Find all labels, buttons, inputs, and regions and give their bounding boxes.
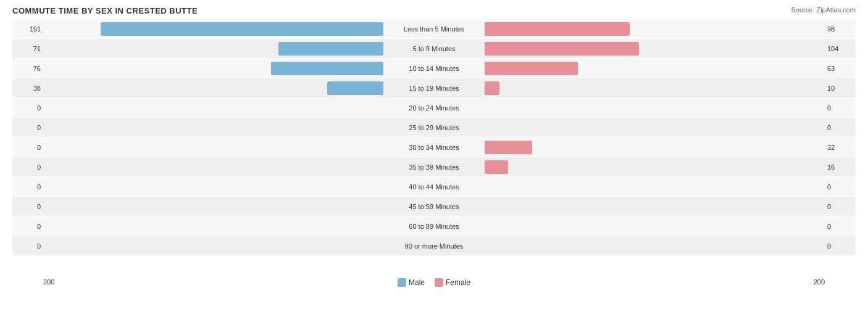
chart-row: 191 Less than 5 Minutes 98 xyxy=(12,19,856,38)
row-label: 5 to 9 Minutes xyxy=(385,45,483,52)
axis-right: 200 xyxy=(814,278,825,287)
male-bar-container xyxy=(43,22,385,36)
female-bar-container xyxy=(483,239,825,253)
male-value: 76 xyxy=(12,65,43,72)
source-text: Source: ZipAtlas.com xyxy=(791,6,856,14)
row-label: Less than 5 Minutes xyxy=(385,25,483,33)
female-bar-container xyxy=(483,180,825,194)
female-value: 63 xyxy=(825,65,856,72)
male-value: 0 xyxy=(12,242,43,250)
male-value: 71 xyxy=(12,45,43,52)
male-bar-container xyxy=(43,81,385,95)
axis-left: 200 xyxy=(43,278,54,287)
female-bar xyxy=(485,62,578,75)
bar-center: 30 to 34 Minutes xyxy=(43,138,825,157)
male-value: 0 xyxy=(12,223,43,230)
female-value: 0 xyxy=(825,104,856,112)
male-bar-container xyxy=(43,62,385,75)
row-label: 25 to 29 Minutes xyxy=(385,124,483,131)
male-value: 0 xyxy=(12,144,43,151)
male-value: 0 xyxy=(12,104,43,112)
chart-title: COMMUTE TIME BY SEX IN CRESTED BUTTE xyxy=(12,6,856,15)
row-label: 40 to 44 Minutes xyxy=(385,183,483,191)
male-bar-container xyxy=(43,160,385,174)
chart-row: 0 45 to 59 Minutes 0 xyxy=(12,197,856,216)
male-bar-container xyxy=(43,180,385,194)
male-value: 0 xyxy=(12,163,43,171)
female-bar-container xyxy=(483,160,825,174)
female-value: 10 xyxy=(825,85,856,92)
bar-center: 40 to 44 Minutes xyxy=(43,177,825,196)
bar-center: 60 to 89 Minutes xyxy=(43,217,825,236)
bar-center: 15 to 19 Minutes xyxy=(43,78,825,97)
chart-row: 0 60 to 89 Minutes 0 xyxy=(12,217,856,236)
chart-row: 0 25 to 29 Minutes 0 xyxy=(12,118,856,137)
female-bar-container xyxy=(483,141,825,154)
chart-row: 38 15 to 19 Minutes 10 xyxy=(12,78,856,97)
female-bar-container xyxy=(483,22,825,36)
row-label: 90 or more Minutes xyxy=(385,242,483,250)
female-bar xyxy=(485,22,630,36)
bar-center: 35 to 39 Minutes xyxy=(43,157,825,176)
female-value: 16 xyxy=(825,163,856,171)
bar-center: 25 to 29 Minutes xyxy=(43,118,825,137)
male-value: 0 xyxy=(12,183,43,191)
male-value: 0 xyxy=(12,203,43,210)
axis-labels: 200 Male Female 200 xyxy=(12,278,856,287)
female-value: 0 xyxy=(825,223,856,230)
row-label: 30 to 34 Minutes xyxy=(385,144,483,151)
chart-row: 71 5 to 9 Minutes 104 xyxy=(12,39,856,58)
female-value: 104 xyxy=(825,45,856,52)
chart-container: COMMUTE TIME BY SEX IN CRESTED BUTTE Sou… xyxy=(0,0,868,322)
female-value: 32 xyxy=(825,144,856,151)
legend-male-box xyxy=(398,278,406,287)
legend-female: Female xyxy=(435,278,470,287)
legend-male: Male xyxy=(398,278,425,287)
male-bar-container xyxy=(43,101,385,115)
row-label: 10 to 14 Minutes xyxy=(385,65,483,72)
row-label: 60 to 89 Minutes xyxy=(385,223,483,230)
bar-center: 90 or more Minutes xyxy=(43,236,825,255)
row-label: 35 to 39 Minutes xyxy=(385,163,483,171)
chart-row: 0 20 to 24 Minutes 0 xyxy=(12,98,856,117)
female-bar xyxy=(485,141,532,154)
female-bar-container xyxy=(483,42,825,56)
female-value: 0 xyxy=(825,124,856,131)
female-bar-container xyxy=(483,81,825,95)
chart-row: 0 40 to 44 Minutes 0 xyxy=(12,177,856,196)
row-label: 45 to 59 Minutes xyxy=(385,203,483,210)
chart-row: 0 35 to 39 Minutes 16 xyxy=(12,157,856,176)
male-bar-container xyxy=(43,220,385,233)
male-bar-container xyxy=(43,239,385,253)
bar-center: 45 to 59 Minutes xyxy=(43,197,825,216)
male-bar xyxy=(271,62,383,75)
female-value: 0 xyxy=(825,183,856,191)
chart-row: 0 90 or more Minutes 0 xyxy=(12,236,856,255)
legend-male-label: Male xyxy=(409,278,425,287)
female-bar xyxy=(485,42,639,56)
male-value: 38 xyxy=(12,85,43,92)
female-bar xyxy=(485,160,508,174)
female-value: 0 xyxy=(825,203,856,210)
legend: Male Female xyxy=(54,278,813,287)
bar-center: 20 to 24 Minutes xyxy=(43,98,825,117)
male-bar xyxy=(278,42,383,56)
female-value: 0 xyxy=(825,242,856,250)
male-bar-container xyxy=(43,42,385,56)
chart-row: 0 30 to 34 Minutes 32 xyxy=(12,138,856,157)
male-bar xyxy=(327,81,383,95)
row-label: 20 to 24 Minutes xyxy=(385,104,483,112)
male-bar xyxy=(101,22,383,36)
female-bar xyxy=(485,81,499,95)
bar-center: 5 to 9 Minutes xyxy=(43,39,825,58)
male-bar-container xyxy=(43,200,385,213)
female-bar-container xyxy=(483,220,825,233)
chart-row: 76 10 to 14 Minutes 63 xyxy=(12,59,856,78)
female-value: 98 xyxy=(825,25,856,33)
female-bar-container xyxy=(483,62,825,75)
row-label: 15 to 19 Minutes xyxy=(385,85,483,92)
male-value: 191 xyxy=(12,25,43,33)
female-bar-container xyxy=(483,200,825,213)
bar-center: Less than 5 Minutes xyxy=(43,19,825,38)
chart-area: 191 Less than 5 Minutes 98 71 5 to 9 Min… xyxy=(12,19,856,278)
